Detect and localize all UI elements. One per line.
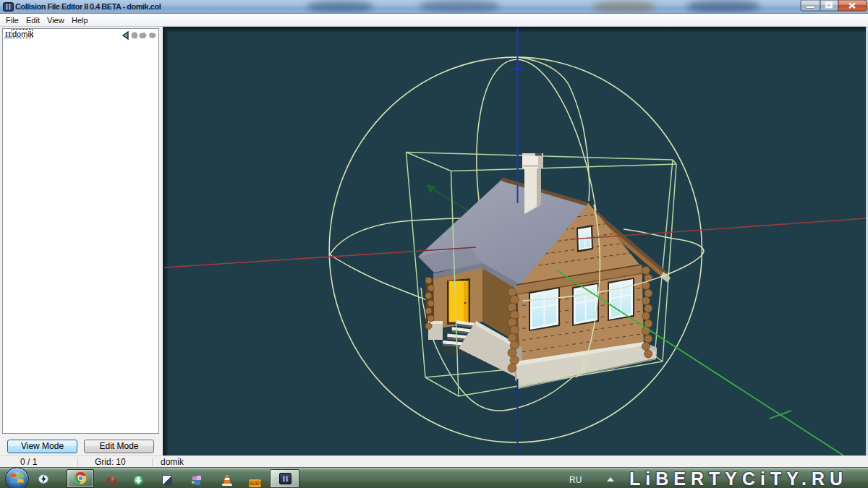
svg-text:II: II xyxy=(6,3,12,11)
svg-text:II: II xyxy=(5,30,12,38)
